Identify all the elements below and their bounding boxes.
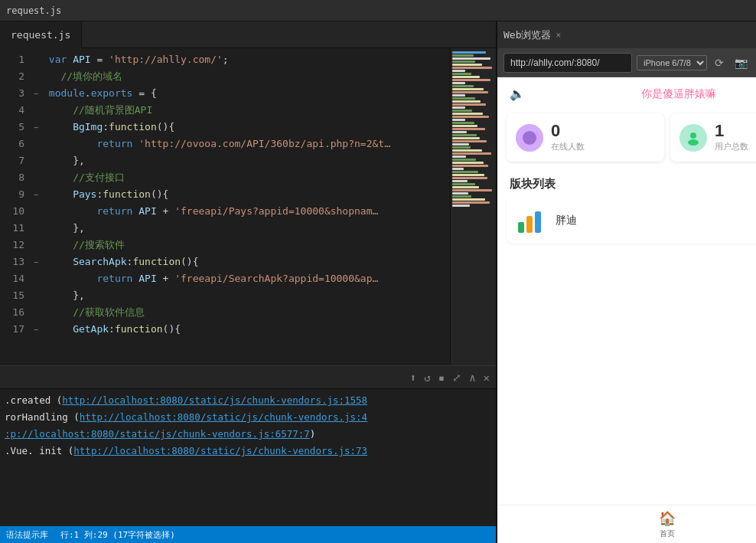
ln-3: 3 [0,85,31,102]
terminal-toolbar: ⬆ ↺ ▪ ⤢ ∧ ✕ [0,366,496,389]
green-user-icon [685,129,702,146]
main-area: request.js 1 2 3 4 5 6 7 8 9 10 11 12 13… [0,21,756,543]
restart-icon[interactable]: ↺ [424,371,430,384]
nav-item-home[interactable]: 🏠 首页 [659,510,676,539]
ln-7: 7 [0,152,31,169]
code-line-9: − Pays:function(){ [34,186,450,203]
ln-2: 2 [0,68,31,85]
ln-15: 15 [0,287,31,304]
expand-icon[interactable]: ⤢ [452,371,461,384]
code-line-16: //获取软件信息 [34,304,450,321]
term-prefix-1: .created ( [5,394,62,406]
ln-17: 17 [0,321,31,338]
block-icon-0 [516,205,546,236]
svg-point-0 [523,131,536,145]
term-link-2[interactable]: http://localhost:8080/static/js/chunk-ve… [80,411,367,423]
mobile-app: 🔈 你是傻逼胖婊嘛 0 在线人数 [497,77,756,543]
term-prefix-4: .Vue. init ( [5,445,73,456]
terminal-line-3: :p://localhost:8080/static/js/chunk-vend… [5,426,491,443]
code-area[interactable]: var API = 'http://ahlly.com/'; //填你的域名 −… [31,48,450,365]
up-icon[interactable]: ∧ [469,371,475,384]
top-bar: request.js [0,0,756,21]
device-rotate-button[interactable]: ⟳ [712,55,727,70]
browser-viewport: 🔈 你是傻逼胖婊嘛 0 在线人数 [497,77,756,543]
ln-10: 10 [0,203,31,220]
fold-9: − [34,187,43,204]
purple-circle-icon [521,129,538,146]
terminal-line-1: .created (http://localhost:8080/static/j… [5,392,491,409]
ln-6: 6 [0,136,31,152]
volume-icon: 🔈 [510,87,525,101]
code-line-12: //搜索软件 [34,237,450,254]
browser-pane: Web浏览器 ✕ iPhone 6/7/8 ⟳ 📷 ⚙ ← → » 🔈 你是傻逼 [496,21,756,543]
term-prefix-2: rorHandling ( [5,411,80,423]
fold-17: − [34,322,43,339]
stat-info-online: 0 在线人数 [551,123,585,152]
code-line-14: return API + 'freeapi/SearchApk?appid=10… [34,270,450,287]
stop-icon[interactable]: ▪ [438,371,445,384]
line-numbers: 1 2 3 4 5 6 7 8 9 10 11 12 13 14 15 16 1… [0,48,31,365]
terminal-pane: ⬆ ↺ ▪ ⤢ ∧ ✕ .created (http://localhost:8… [0,365,496,526]
ln-14: 14 [0,270,31,287]
top-bar-title: request.js [6,5,61,16]
code-line-10: return API + 'freeapi/Pays?appid=10000&s… [34,203,450,220]
svg-rect-4 [526,216,533,233]
code-line-11: }, [34,220,450,237]
ln-12: 12 [0,237,31,254]
close-icon[interactable]: ✕ [484,371,490,384]
term-suffix-3: ) [310,428,316,440]
code-line-7: }, [34,152,450,169]
status-encoding: 语法提示库 [6,529,48,541]
code-line-15: }, [34,287,450,304]
nav-label-home: 首页 [660,528,675,539]
device-select[interactable]: iPhone 6/7/8 [637,55,707,70]
code-line-6: return 'http://ovooa.com/API/360bz/api.p… [34,136,450,152]
upload-icon[interactable]: ⬆ [410,371,416,384]
stats-row: 0 在线人数 1 用户总数 [507,113,756,162]
bottom-nav: 🏠 首页 [497,505,756,543]
editor-content: 1 2 3 4 5 6 7 8 9 10 11 12 13 14 15 16 1… [0,48,496,365]
stat-number-online: 0 [551,123,585,139]
svg-rect-3 [518,222,524,233]
term-link-3[interactable]: :p://localhost:8080/static/js/chunk-vend… [5,428,310,440]
editor-pane: request.js 1 2 3 4 5 6 7 8 9 10 11 12 13… [0,21,496,543]
stat-card-online: 0 在线人数 [507,113,664,162]
browser-tab[interactable]: Web浏览器 ✕ [503,28,561,42]
terminal-output: .created (http://localhost:8080/static/j… [0,389,496,526]
code-line-13: − SearchApk:function(){ [34,254,450,270]
section-title: 版块列表 [497,168,756,198]
code-line-8: //支付接口 [34,169,450,186]
editor-tab-bar: request.js [0,21,496,48]
browser-toolbar: iPhone 6/7/8 ⟳ 📷 ⚙ ← → » [497,48,756,77]
browser-url-input[interactable] [503,53,632,73]
term-link-1[interactable]: http://localhost:8080/static/js/chunk-ve… [62,394,367,406]
ln-8: 8 [0,169,31,186]
terminal-line-4: .Vue. init (http://localhost:8080/static… [5,443,491,460]
fold-5: − [34,119,43,136]
code-line-4: //随机背景图API [34,102,450,119]
fold-3: − [34,86,43,103]
users-icon [679,124,707,152]
app-header: 🔈 你是傻逼胖婊嘛 [497,77,756,107]
stat-info-users: 1 用户总数 [715,123,748,152]
term-link-4[interactable]: http://localhost:8080/static/js/chunk-ve… [73,445,367,456]
ln-4: 4 [0,102,31,119]
code-line-2: //填你的域名 [34,68,450,85]
ln-11: 11 [0,220,31,237]
stat-number-users: 1 [715,123,748,139]
code-line-5: − BgImg:function(){ [34,119,450,136]
online-icon [516,124,543,152]
ln-13: 13 [0,254,31,270]
home-icon: 🏠 [659,510,676,527]
svg-point-1 [690,132,696,139]
browser-tab-close-icon[interactable]: ✕ [556,30,561,40]
app-header-text: 你是傻逼胖婊嘛 [533,87,756,101]
stat-label-users: 用户总数 [715,141,748,152]
ln-1: 1 [0,51,31,68]
stat-label-online: 在线人数 [551,141,585,152]
code-line-1: var API = 'http://ahlly.com/'; [34,51,450,68]
editor-tab[interactable]: request.js [0,21,82,48]
block-name-0: 胖迪 [556,214,577,227]
block-item-0[interactable]: 胖迪 [507,198,756,244]
screenshot-button[interactable]: 📷 [732,55,751,70]
